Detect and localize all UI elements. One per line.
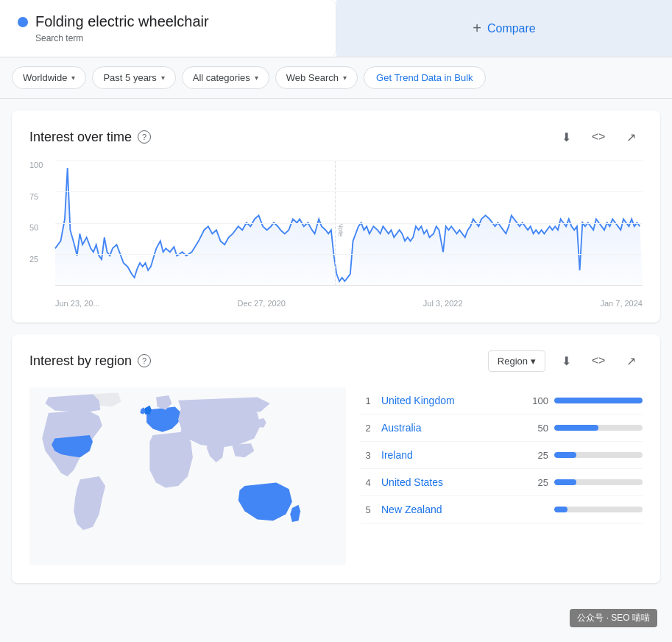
- region-bar-container-5: [554, 507, 643, 512]
- region-filter-chevron: ▾: [531, 356, 536, 367]
- y-label-75: 75: [29, 192, 52, 201]
- region-rank-5: 5: [361, 504, 375, 515]
- search-term-header: Folding electric wheelchair: [18, 13, 318, 30]
- compare-box[interactable]: + Compare: [336, 0, 672, 57]
- search-type-label: Web Search: [286, 72, 339, 83]
- category-chevron: ▾: [255, 74, 258, 82]
- region-item: 4 United States 25: [361, 469, 643, 496]
- interest-over-time-chart: 100 75 50 25: [29, 160, 643, 308]
- interest-over-time-help[interactable]: ?: [138, 130, 151, 144]
- interest-over-time-header: Interest over time ? ⬇ <> ↗: [29, 125, 643, 149]
- download-icon[interactable]: ⬇: [554, 125, 578, 149]
- search-term-title: Folding electric wheelchair: [35, 13, 209, 30]
- search-type-filter[interactable]: Web Search ▾: [275, 66, 358, 89]
- region-value-2: 50: [523, 423, 548, 434]
- region-name-5[interactable]: New Zealand: [381, 504, 517, 515]
- time-filter[interactable]: Past 5 years ▾: [92, 66, 175, 89]
- time-chevron: ▾: [161, 74, 165, 82]
- grid-line-25: [55, 254, 643, 255]
- region-filter-label: Region: [498, 356, 528, 367]
- y-axis-labels: 100 75 50 25: [29, 160, 52, 286]
- region-value-3: 25: [523, 450, 548, 461]
- region-bar-2: [554, 425, 598, 431]
- search-term-box: Folding electric wheelchair Search term: [0, 0, 336, 57]
- region-content: 1 United Kingdom 100 2 Australia 50 3 Ir…: [29, 384, 643, 568]
- interest-by-region-header: Interest by region ? Region ▾ ⬇ <> ↗: [29, 349, 643, 373]
- y-label-50: 50: [29, 223, 52, 232]
- filter-bar: Worldwide ▾ Past 5 years ▾ All categorie…: [0, 57, 672, 99]
- interest-by-region-actions: Region ▾ ⬇ <> ↗: [488, 349, 643, 373]
- interest-by-region-help[interactable]: ?: [138, 354, 151, 367]
- category-filter[interactable]: All categories ▾: [182, 66, 269, 89]
- region-list: 1 United Kingdom 100 2 Australia 50 3 Ir…: [361, 384, 643, 568]
- region-code-icon[interactable]: <>: [587, 349, 610, 373]
- x-label-3: Jul 3, 2022: [423, 299, 463, 308]
- x-label-1: Jun 23, 20...: [55, 299, 100, 308]
- interest-over-time-label: Interest over time: [29, 130, 132, 145]
- region-bar-container-1: [554, 398, 643, 403]
- region-item: 2 Australia 50: [361, 415, 643, 442]
- region-name-1[interactable]: United Kingdom: [381, 395, 517, 406]
- region-value-4: 25: [523, 477, 548, 488]
- region-bar-container-4: [554, 479, 643, 485]
- region-bar-container-3: [554, 452, 643, 458]
- region-share-icon[interactable]: ↗: [619, 349, 643, 373]
- y-label-100: 100: [29, 160, 52, 169]
- top-section: Folding electric wheelchair Search term …: [0, 0, 672, 57]
- region-item: 1 United Kingdom 100: [361, 387, 643, 415]
- chart-svg-area: Note: [55, 160, 643, 286]
- world-map-svg: [29, 384, 346, 568]
- compare-content: + Compare: [473, 20, 536, 37]
- x-label-4: Jan 7, 2024: [600, 299, 643, 308]
- region-name-4[interactable]: United States: [381, 476, 517, 488]
- blue-dot-indicator: [18, 17, 28, 27]
- interest-over-time-section: Interest over time ? ⬇ <> ↗ 100 75 50 25: [12, 110, 660, 322]
- region-bar-1: [554, 398, 643, 403]
- grid-line-100: [55, 160, 643, 161]
- plus-icon: +: [473, 20, 481, 37]
- region-value-1: 100: [523, 395, 548, 406]
- location-chevron: ▾: [71, 74, 75, 82]
- time-label: Past 5 years: [103, 72, 156, 83]
- x-label-2: Dec 27, 2020: [237, 299, 285, 308]
- y-label-25: 25: [29, 255, 52, 264]
- interest-by-region-label: Interest by region: [29, 353, 132, 369]
- get-trend-btn[interactable]: Get Trend Data in Bulk: [364, 66, 486, 89]
- region-rank-3: 3: [361, 450, 375, 461]
- share-icon[interactable]: ↗: [619, 125, 643, 149]
- region-rank-4: 4: [361, 477, 375, 488]
- search-type-chevron: ▾: [343, 74, 347, 82]
- chart-note-text: Note: [337, 223, 344, 237]
- compare-label: Compare: [487, 22, 536, 35]
- world-map-container: [29, 384, 346, 568]
- region-bar-3: [554, 452, 576, 458]
- region-bar-4: [554, 479, 576, 485]
- region-item: 5 New Zealand: [361, 496, 643, 523]
- location-filter[interactable]: Worldwide ▾: [12, 66, 86, 89]
- grid-line-75: [55, 191, 643, 192]
- region-bar-5: [554, 507, 567, 512]
- region-bar-container-2: [554, 425, 643, 431]
- x-axis-labels: Jun 23, 20... Dec 27, 2020 Jul 3, 2022 J…: [55, 287, 643, 308]
- grid-line-50: [55, 223, 643, 224]
- region-filter-btn[interactable]: Region ▾: [488, 350, 545, 372]
- interest-by-region-section: Interest by region ? Region ▾ ⬇ <> ↗: [12, 334, 660, 583]
- interest-over-time-title: Interest over time ?: [29, 130, 151, 145]
- category-label: All categories: [193, 72, 250, 83]
- interest-over-time-actions: ⬇ <> ↗: [554, 125, 643, 149]
- region-download-icon[interactable]: ⬇: [554, 349, 578, 373]
- code-icon[interactable]: <>: [587, 125, 610, 149]
- interest-by-region-title: Interest by region ?: [29, 353, 151, 369]
- region-rank-1: 1: [361, 395, 375, 406]
- region-name-3[interactable]: Ireland: [381, 449, 517, 461]
- region-rank-2: 2: [361, 423, 375, 434]
- region-item: 3 Ireland 25: [361, 442, 643, 469]
- location-label: Worldwide: [23, 72, 67, 83]
- region-name-2[interactable]: Australia: [381, 422, 517, 434]
- search-term-label: Search term: [18, 33, 318, 43]
